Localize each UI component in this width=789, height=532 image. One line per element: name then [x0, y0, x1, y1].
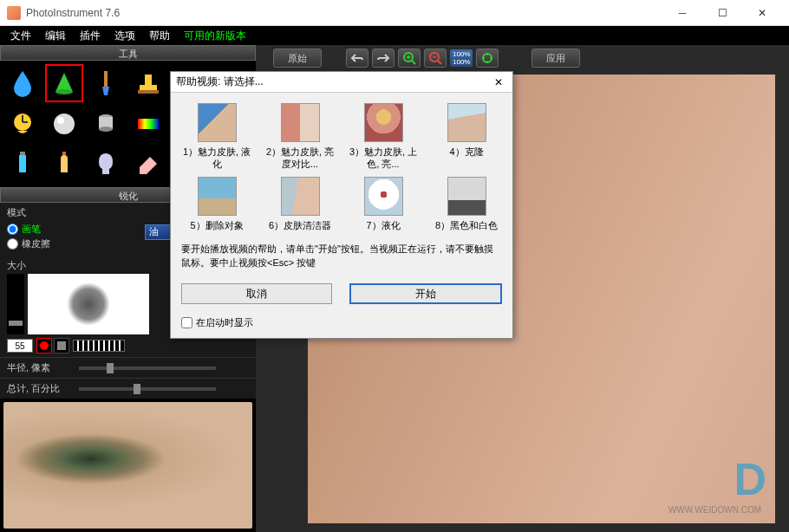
video-item-7[interactable]: 7）液化	[348, 177, 419, 231]
menu-options[interactable]: 选项	[108, 27, 142, 45]
video-grid: 1）魅力皮肤, 液化 2）魅力皮肤, 亮度对比... 3）魅力皮肤, 上色, 亮…	[171, 93, 512, 235]
menu-file[interactable]: 文件	[3, 27, 38, 45]
dialog-title: 帮助视频: 请选择...	[176, 75, 490, 89]
svg-point-8	[54, 114, 75, 134]
tool-bulb[interactable]	[87, 145, 125, 183]
size-input[interactable]	[7, 339, 33, 353]
tool-clock[interactable]	[3, 105, 42, 143]
show-startup-check[interactable]: 在启动时显示	[171, 311, 512, 338]
redo-button[interactable]	[372, 49, 394, 68]
video-thumb-5	[198, 177, 237, 216]
titlebar: PhotoInstrument 7.6 ─ ☐ ✕	[0, 0, 789, 26]
cancel-button[interactable]: 取消	[181, 283, 332, 304]
radius-slider[interactable]	[79, 367, 216, 370]
video-label-3: 3）魅力皮肤, 上色, 亮...	[348, 146, 419, 170]
video-item-2[interactable]: 2）魅力皮肤, 亮度对比...	[264, 103, 336, 170]
maximize-button[interactable]: ☐	[702, 0, 742, 26]
preview-area	[0, 399, 256, 532]
menu-edit[interactable]: 编辑	[38, 27, 73, 45]
size-slider-handle[interactable]	[9, 321, 23, 326]
brush-radio-label: 画笔	[22, 223, 41, 236]
tool-eraser[interactable]	[129, 145, 167, 183]
brush-radio-input[interactable]	[7, 224, 18, 235]
shape-square-button[interactable]	[54, 338, 69, 354]
tool-sphere[interactable]	[45, 105, 83, 143]
pattern-selector[interactable]	[73, 340, 125, 352]
help-video-dialog: 帮助视频: 请选择... ✕ 1）魅力皮肤, 液化 2）魅力皮肤, 亮度对比..…	[170, 71, 513, 339]
video-thumb-3	[364, 103, 403, 142]
video-item-6[interactable]: 6）皮肤清洁器	[264, 177, 336, 231]
watermark-url: WWW.WEIDOWN.COM	[668, 505, 761, 515]
total-slider-row: 总计, 百分比	[0, 378, 256, 399]
zoom-indicator[interactable]: 100% 100%	[450, 49, 473, 67]
window-controls: ─ ☐ ✕	[662, 0, 782, 26]
video-label-4: 4）克隆	[431, 146, 502, 158]
video-thumb-4	[447, 103, 486, 142]
radius-slider-row: 半径, 像素	[0, 357, 256, 378]
svg-point-0	[55, 89, 73, 94]
tool-cylinder[interactable]	[87, 105, 125, 143]
svg-rect-20	[62, 152, 66, 155]
total-label: 总计, 百分比	[7, 382, 72, 395]
undo-button[interactable]	[346, 49, 368, 68]
total-slider[interactable]	[79, 387, 216, 391]
video-thumb-7	[364, 177, 403, 216]
brush-blob	[67, 282, 110, 326]
original-button[interactable]: 原始	[273, 49, 322, 68]
video-item-8[interactable]: 8）黑色和白色	[431, 177, 502, 231]
watermark-logo: D	[668, 453, 761, 505]
shape-circle-button[interactable]	[36, 338, 52, 354]
tool-cone[interactable]	[45, 64, 83, 102]
svg-rect-1	[104, 71, 108, 87]
svg-rect-2	[145, 75, 152, 85]
fit-button[interactable]	[476, 49, 499, 68]
size-vertical-slider[interactable]	[7, 274, 24, 334]
app-icon	[7, 6, 21, 20]
eraser-radio-input[interactable]	[7, 238, 18, 250]
dialog-close-button[interactable]: ✕	[490, 75, 507, 90]
menu-new-version[interactable]: 可用的新版本	[177, 27, 253, 45]
video-label-6: 6）皮肤清洁器	[264, 219, 336, 231]
tool-bottle[interactable]	[45, 145, 83, 183]
dialog-buttons: 取消 开始	[171, 276, 512, 311]
video-thumb-1	[198, 103, 237, 142]
video-item-3[interactable]: 3）魅力皮肤, 上色, 亮...	[348, 103, 419, 170]
tool-brush[interactable]	[87, 64, 125, 102]
svg-point-9	[57, 117, 64, 124]
svg-rect-3	[140, 85, 157, 90]
tool-stamp[interactable]	[129, 64, 167, 102]
zoom-out-button[interactable]	[424, 49, 447, 68]
brush-preview	[28, 274, 149, 334]
zoom-in-button[interactable]	[398, 49, 421, 68]
apply-button[interactable]: 应用	[531, 49, 580, 68]
svg-rect-19	[20, 152, 25, 155]
minimize-button[interactable]: ─	[662, 0, 702, 26]
start-button[interactable]: 开始	[349, 283, 502, 304]
show-startup-checkbox[interactable]	[181, 317, 192, 328]
video-item-5[interactable]: 5）删除对象	[181, 177, 252, 231]
video-item-4[interactable]: 4）克隆	[431, 103, 502, 170]
svg-rect-13	[138, 119, 159, 129]
tool-droplet[interactable]	[3, 64, 42, 102]
tool-gradient[interactable]	[129, 105, 167, 143]
menu-plugin[interactable]: 插件	[73, 27, 108, 45]
zoom-value-2: 100%	[453, 58, 470, 66]
zoom-value-1: 100%	[453, 50, 470, 58]
canvas-toolbar: 原始 100% 100% 应用	[256, 45, 789, 71]
window-title: PhotoInstrument 7.6	[26, 7, 662, 19]
tools-panel-title: 工具	[0, 45, 256, 61]
video-label-7: 7）液化	[348, 219, 419, 231]
dialog-titlebar: 帮助视频: 请选择... ✕	[171, 72, 512, 93]
tool-tube[interactable]	[3, 145, 42, 183]
video-thumb-2	[281, 103, 320, 142]
video-thumb-6	[281, 177, 320, 216]
close-button[interactable]: ✕	[742, 0, 782, 26]
video-label-8: 8）黑色和白色	[431, 219, 502, 231]
video-thumb-8	[447, 177, 486, 216]
video-item-1[interactable]: 1）魅力皮肤, 液化	[181, 103, 252, 170]
menu-help[interactable]: 帮助	[142, 27, 177, 45]
preview-image	[3, 402, 252, 529]
watermark: D WWW.WEIDOWN.COM	[668, 453, 761, 515]
svg-point-12	[99, 127, 113, 132]
eraser-radio-label: 橡皮擦	[22, 237, 50, 250]
